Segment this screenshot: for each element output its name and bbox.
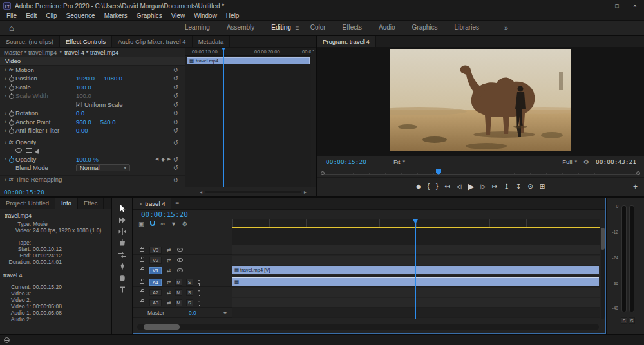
sequence-clip-label[interactable]: travel 4 * travel.mp4 — [64, 49, 118, 56]
timeline-settings-wrench-icon[interactable]: ⚙ — [182, 221, 187, 227]
stopwatch-icon[interactable] — [8, 75, 15, 81]
effect-controls-keyframe-area[interactable]: 00:00:15:00 00:00:20:00 00:0 ▦ travel.mp… — [185, 48, 311, 187]
reset-icon[interactable]: ↺ — [173, 139, 178, 146]
sync-lock-icon[interactable]: ⇄ — [167, 300, 171, 306]
track-lock-icon[interactable] — [140, 291, 144, 294]
menu-help[interactable]: Help — [222, 12, 244, 19]
position-y-value[interactable]: 1080.0 — [104, 75, 122, 82]
slip-tool[interactable] — [112, 249, 132, 261]
maximize-button[interactable]: □ — [608, 0, 626, 12]
zoom-out-icon[interactable]: ◂ — [200, 189, 202, 195]
timeline-horizontal-scrollbar[interactable] — [137, 324, 599, 330]
workspace-graphics[interactable]: Graphics — [404, 21, 446, 35]
keyframe-clip-bar[interactable]: ▦ travel.mp4 — [187, 57, 310, 64]
sync-lock-icon[interactable]: ⇄ — [167, 290, 171, 295]
reset-icon[interactable]: ↺ — [173, 75, 178, 82]
scrub-zoom-handle-left[interactable] — [321, 171, 325, 175]
voiceover-mic-icon[interactable] — [198, 301, 200, 304]
workspace-menu-icon[interactable]: ≡ — [296, 24, 299, 32]
pen-mask-icon[interactable] — [35, 147, 41, 154]
lift-button[interactable]: ↥ — [504, 182, 509, 191]
home-icon[interactable]: ⌂ — [0, 23, 23, 33]
master-clip-label[interactable]: Master * travel.mp4 — [4, 49, 57, 56]
tab-timeline-sequence[interactable]: × travel 4 — [133, 198, 171, 209]
workspace-effects[interactable]: Effects — [334, 21, 370, 35]
tab-metadata[interactable]: Metadata — [193, 36, 231, 47]
tab-project[interactable]: Project: Untitled — [0, 198, 55, 209]
track-lane-v1[interactable]: ▦ travel.mp4 [V] — [232, 266, 600, 275]
fx-badge-icon[interactable]: fx — [9, 176, 13, 182]
timeline-playhead[interactable] — [415, 219, 416, 319]
chevron-down-icon[interactable]: ▾ — [59, 50, 62, 55]
param-row-blend-mode[interactable]: Blend Mode Normal ▾ ↺ — [0, 163, 185, 172]
reset-icon[interactable]: ↺ — [173, 176, 178, 183]
menu-view[interactable]: View — [167, 12, 190, 19]
chevron-right-icon[interactable]: › — [3, 156, 8, 162]
effect-row-time-remapping[interactable]: › fx Time Remapping ↺ — [0, 175, 185, 184]
solo-button[interactable]: S — [186, 299, 193, 306]
timeline-timecode[interactable]: 00:00:15:20 — [141, 210, 188, 219]
workspace-color[interactable]: Color — [302, 21, 334, 35]
tab-info[interactable]: Info — [55, 198, 78, 209]
position-x-value[interactable]: 1920.0 — [76, 75, 95, 82]
param-row-position[interactable]: › Position 1920.0 1080.0 ↺ — [0, 74, 185, 83]
workspace-audio[interactable]: Audio — [370, 21, 404, 35]
add-marker-icon[interactable]: ▼ — [171, 221, 176, 227]
rotation-value[interactable]: 0.0 — [76, 109, 84, 117]
param-row-scale[interactable]: › Scale 100.0 ↺ — [0, 83, 185, 92]
timeline-zoom-control[interactable]: ◂ ▸ — [200, 189, 307, 195]
mark-in-button[interactable]: { — [428, 182, 430, 191]
razor-tool[interactable] — [112, 238, 132, 249]
workspace-overflow-icon[interactable]: » — [504, 24, 508, 32]
track-name-v1[interactable]: V1 — [149, 267, 162, 274]
next-keyframe-icon[interactable]: ▶ — [167, 156, 171, 162]
voiceover-mic-icon[interactable] — [198, 290, 200, 294]
step-back-button[interactable]: ◁ — [457, 182, 462, 191]
track-lane-a1[interactable]: ▦ — [232, 277, 600, 287]
add-keyframe-icon[interactable]: ◆ — [161, 156, 165, 162]
reset-icon[interactable]: ↺ — [173, 101, 178, 108]
play-button[interactable]: ▶ — [468, 182, 474, 191]
sync-lock-icon[interactable]: ⇄ — [167, 247, 171, 253]
menu-clip[interactable]: Clip — [41, 12, 61, 19]
solo-button[interactable]: S — [186, 289, 193, 296]
fx-badge-icon[interactable]: fx — [9, 139, 13, 145]
snap-magnet-icon[interactable] — [150, 221, 155, 226]
workspace-libraries[interactable]: Libraries — [446, 21, 488, 35]
nest-sequence-icon[interactable]: ▣ — [138, 221, 144, 227]
ellipse-mask-icon[interactable] — [15, 148, 22, 153]
track-lock-icon[interactable] — [140, 259, 144, 262]
pen-tool[interactable] — [112, 261, 132, 272]
master-volume-value[interactable]: 0.0 — [189, 310, 196, 316]
anchor-x-value[interactable]: 960.0 — [76, 118, 91, 126]
go-to-in-button[interactable]: ↤ — [444, 182, 450, 191]
mute-button[interactable]: M — [175, 279, 182, 286]
track-lane-a2[interactable] — [232, 288, 600, 297]
toggle-track-output-icon[interactable] — [177, 248, 183, 252]
menu-graphics[interactable]: Graphics — [132, 12, 167, 19]
tab-audio-clip-mixer[interactable]: Audio Clip Mixer: travel 4 — [112, 36, 193, 47]
voiceover-mic-icon[interactable] — [198, 280, 200, 284]
chevron-right-icon[interactable]: › — [3, 127, 8, 134]
anchor-y-value[interactable]: 540.0 — [100, 118, 116, 126]
solo-button[interactable]: S — [186, 279, 193, 286]
previous-keyframe-icon[interactable]: ◀ — [155, 156, 158, 162]
meter-solo-right[interactable]: S — [629, 317, 635, 324]
scrollbar-handle[interactable] — [144, 324, 180, 330]
playhead[interactable] — [223, 48, 224, 187]
effect-row-motion[interactable]: › fx Motion ↺ — [0, 66, 185, 75]
opacity-value[interactable]: 100.0 % — [76, 156, 99, 163]
track-lock-icon[interactable] — [140, 269, 144, 272]
track-name-a1[interactable]: A1 — [149, 279, 162, 286]
sync-lock-icon[interactable]: ⇄ — [167, 279, 171, 285]
chevron-right-icon[interactable]: › — [3, 176, 8, 183]
timeline-empty-area[interactable] — [232, 228, 600, 245]
menu-file[interactable]: File — [2, 12, 21, 19]
program-scrubber[interactable] — [321, 168, 640, 175]
add-marker-button[interactable]: ◆ — [416, 182, 421, 191]
mute-button[interactable]: M — [175, 289, 182, 296]
track-lane-v3[interactable] — [232, 245, 600, 255]
param-row-anti-flicker[interactable]: › Anti-flicker Filter 0.00 ↺ — [0, 126, 185, 135]
reset-icon[interactable]: ↺ — [173, 127, 178, 134]
export-frame-button[interactable]: ⊙ — [527, 182, 533, 191]
